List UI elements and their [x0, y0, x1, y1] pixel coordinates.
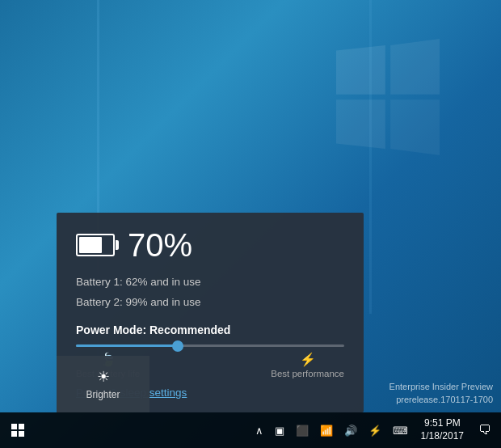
slider-thumb[interactable]	[172, 340, 183, 352]
tray-power-icon[interactable]: ⚡	[365, 423, 385, 438]
tray-battery-icon[interactable]: ▣	[272, 423, 288, 438]
slider-fill	[76, 344, 178, 347]
svg-rect-7	[19, 431, 24, 437]
svg-marker-1	[390, 39, 440, 95]
slider-track[interactable]	[76, 344, 344, 347]
tray-icons: ∧ ▣ ⬛ 📶 🔊 ⚡ ⌨	[252, 423, 411, 438]
label-best-performance: Best performance	[271, 369, 344, 378]
tray-chevron[interactable]: ∧	[252, 423, 267, 438]
svg-rect-4	[11, 424, 17, 429]
notification-center-button[interactable]: 🗨	[474, 421, 496, 439]
taskbar: ∧ ▣ ⬛ 📶 🔊 ⚡ ⌨ 9:51 PM 1/18/2017 🗨	[0, 412, 501, 448]
tray-display-icon[interactable]: ⬛	[293, 423, 312, 438]
clock-time: 9:51 PM	[424, 417, 461, 430]
clock-area[interactable]: 9:51 PM 1/18/2017	[415, 416, 470, 444]
battery-details: Battery 1: 62% and in use Battery 2: 99%…	[76, 273, 344, 312]
brightness-label: Brighter	[86, 389, 120, 400]
battery-fill-bar	[79, 237, 102, 253]
notification-icon: 🗨	[478, 423, 491, 437]
clock-date: 1/18/2017	[421, 430, 464, 443]
taskbar-left	[0, 412, 32, 448]
svg-rect-5	[19, 424, 24, 429]
battery1-status: Battery 1: 62% and in use	[76, 273, 344, 292]
start-button[interactable]	[3, 412, 32, 448]
svg-rect-6	[11, 431, 17, 437]
power-mode-label: Power Mode: Recommended	[76, 323, 344, 336]
brightness-tile[interactable]: ☀ Brighter	[57, 356, 149, 412]
enterprise-line2: prerelease.170117-1700	[389, 394, 493, 406]
windows-logo	[323, 32, 453, 162]
enterprise-text: Enterprise Insider Preview prerelease.17…	[389, 381, 493, 406]
tray-network-icon[interactable]: 📶	[317, 423, 336, 438]
battery2-status: Battery 2: 99% and in use	[76, 293, 344, 312]
slider-label-performance: ⚡ Best performance	[271, 352, 344, 378]
power-mode-slider-container[interactable]	[76, 344, 344, 347]
taskbar-right: ∧ ▣ ⬛ 📶 🔊 ⚡ ⌨ 9:51 PM 1/18/2017 🗨	[252, 416, 501, 444]
performance-bolt-icon: ⚡	[300, 352, 316, 367]
brightness-sun-icon: ☀	[97, 368, 110, 386]
svg-marker-3	[390, 99, 440, 155]
enterprise-line1: Enterprise Insider Preview	[389, 381, 493, 393]
tray-volume-icon[interactable]: 🔊	[341, 423, 360, 438]
svg-marker-2	[336, 99, 385, 149]
battery-header: 70%	[76, 229, 344, 261]
tray-keyboard-icon[interactable]: ⌨	[389, 423, 411, 438]
battery-icon-large	[76, 234, 115, 256]
svg-marker-0	[336, 45, 385, 95]
battery-percentage: 70%	[128, 229, 192, 261]
